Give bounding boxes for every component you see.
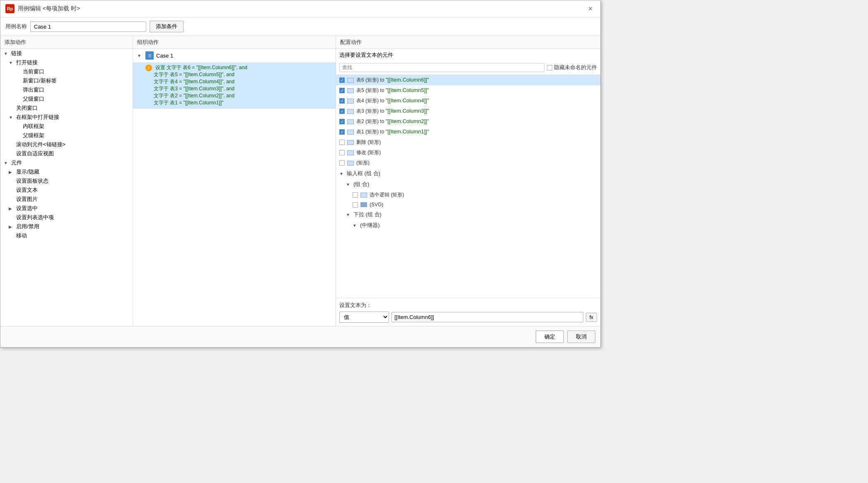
sidebar-item-scroll-anchor[interactable]: 滚动到元件<锚链接> [0,140,133,149]
expand-icon-open-link [9,60,15,65]
action-row[interactable]: ⚡ 设置 文字于 表6 = "[[Item.Column6]]", and 文字… [133,63,336,109]
links-label: 链接 [11,50,22,57]
dialog-title: 用例编辑 <每项加载 时> [18,5,80,12]
sidebar-item-show-hide[interactable]: 显示/隐藏 [0,167,133,176]
cancel-button[interactable]: 取消 [567,331,595,343]
combo-group-header[interactable]: (组 合) [336,179,600,190]
checkbox-del[interactable] [339,140,345,145]
del-label: 删除 (矩形) [356,139,381,146]
rect-icon-biao3 [347,109,354,114]
action-text-line4: 文字于 表3 = "[[Item.Column3]]", and [154,86,235,92]
sidebar-item-adaptive-view[interactable]: 设置自适应视图 [0,149,133,158]
right-panel: 配置动作 选择要设置文本的元件 隐藏未命名的元件 ✓ 表6 (矩形) to "[… [336,36,600,326]
middle-tree-container[interactable]: ☰ Case 1 ⚡ 设置 文字于 表6 = "[[Item.Column6]]… [133,49,336,326]
input-group-header[interactable]: 输入框 (组 合) [336,168,600,179]
hide-unnamed-checkbox[interactable] [547,65,552,70]
sidebar-item-new-window[interactable]: 新窗口/新标签 [0,76,133,85]
checkbox-biao4[interactable]: ✓ [339,98,345,104]
list-item-del[interactable]: 删除 (矩形) [336,137,600,147]
sidebar-item-move[interactable]: 移动 [0,231,133,240]
add-condition-button[interactable]: 添加条件 [150,21,184,32]
list-item-modify[interactable]: 修改 (矩形) [336,147,600,158]
expand-combo-group [346,182,352,187]
sidebar-item-links[interactable]: 链接 [0,49,133,58]
sel-logic-label: 选中逻辑 (矩形) [370,191,404,198]
list-item-sel-logic[interactable]: 选中逻辑 (矩形) [336,190,600,200]
checkbox-rect-empty[interactable] [339,160,345,166]
sidebar-item-open-link[interactable]: 打开链接 [0,58,133,67]
value-input[interactable] [392,312,583,322]
checkbox-biao3[interactable]: ✓ [339,109,345,114]
close-button[interactable]: × [585,4,595,14]
sidebar-item-set-list[interactable]: 设置列表选中项 [0,213,133,222]
list-item-biao1[interactable]: ✓ 表1 (矩形) to "[[Item.Column1]]" [336,127,600,137]
show-hide-label: 显示/隐藏 [16,168,39,176]
checkbox-biao1[interactable]: ✓ [339,129,345,135]
modify-label: 修改 (矩形) [356,149,381,156]
checkbox-biao2[interactable]: ✓ [339,119,345,124]
dropdown-group-header[interactable]: 下拉 (组 合) [336,209,600,220]
sidebar-item-parent-window[interactable]: 父级窗口 [0,94,133,104]
list-item-biao4[interactable]: ✓ 表4 (矩形) to "[[Item.Column4]]" [336,96,600,106]
middle-panel-title: 组织动作 [133,36,336,49]
list-item-biao6[interactable]: ✓ 表6 (矩形) to "[[Item.Column6]]" [336,75,600,85]
sidebar-item-parent-frame[interactable]: 父级框架 [0,131,133,140]
select-element-label: 选择要设置文本的元件 [336,49,600,60]
relay-group-header[interactable]: (中继器) [336,220,600,231]
sidebar-item-frame-link[interactable]: 在框架中打开链接 [0,113,133,122]
move-label: 移动 [16,232,27,239]
sidebar-item-inline-frame[interactable]: 内联框架 [0,122,133,131]
components-label: 元件 [11,159,22,167]
sidebar-item-popup[interactable]: 弹出窗口 [0,85,133,94]
search-input[interactable] [339,63,544,72]
frame-link-label: 在框架中打开链接 [16,114,59,121]
checkbox-svg[interactable] [353,202,358,208]
left-tree-container[interactable]: 链接 打开链接 当前窗口 新窗口/新标签 弹出窗口 [0,49,133,326]
case-label: Case 1 [156,53,173,59]
sidebar-item-set-selected[interactable]: 设置选中 [0,204,133,213]
case-header[interactable]: ☰ Case 1 [133,49,336,63]
main-content: 添加动作 链接 打开链接 当前窗口 新窗口/新标签 [0,36,600,326]
sidebar-item-set-image[interactable]: 设置图片 [0,195,133,204]
adaptive-view-label: 设置自适应视图 [16,150,54,157]
checkbox-biao6[interactable]: ✓ [339,77,345,83]
list-item-rect-empty[interactable]: (矩形) [336,158,600,168]
sidebar-item-components[interactable]: 元件 [0,158,133,167]
checkbox-sel-logic[interactable] [353,192,358,198]
list-item-biao5[interactable]: ✓ 表5 (矩形) to "[[Item.Column5]]" [336,85,600,96]
sidebar-item-close-window[interactable]: 关闭窗口 [0,104,133,113]
combo-group-label: (组 合) [353,181,369,188]
sidebar-item-enable-disable[interactable]: 启用/禁用 [0,222,133,231]
checkbox-modify[interactable] [339,150,345,155]
case-name-input[interactable] [30,22,146,32]
biao2-label: 表2 (矩形) to "[[Item.Column2]]" [356,118,429,125]
expand-relay-group [353,223,358,228]
list-item-biao3[interactable]: ✓ 表3 (矩形) to "[[Item.Column3]]" [336,106,600,116]
rect-icon-sel-logic [360,193,367,198]
dropdown-group-label: 下拉 (组 合) [353,211,382,218]
case-icon: ☰ [145,51,154,60]
set-text-label: 设置文本为： [339,302,597,309]
confirm-button[interactable]: 确定 [536,331,564,343]
value-type-select[interactable]: 值 变量 表达式 [339,312,389,323]
enable-disable-label: 启用/禁用 [16,223,39,230]
list-item-biao2[interactable]: ✓ 表2 (矩形) to "[[Item.Column2]]" [336,116,600,127]
sidebar-item-set-text[interactable]: 设置文本 [0,186,133,195]
sidebar-item-current-window[interactable]: 当前窗口 [0,67,133,76]
rect-icon-empty [347,161,354,166]
list-item-svg[interactable]: (SVG) [336,200,600,209]
hide-unnamed-control[interactable]: 隐藏未命名的元件 [547,64,597,71]
main-dialog: Rp 用例编辑 <每项加载 时> × 用例名称 添加条件 添加动作 链接 打开链… [0,0,601,348]
sidebar-item-set-panel[interactable]: 设置面板状态 [0,176,133,186]
element-list[interactable]: ✓ 表6 (矩形) to "[[Item.Column6]]" ✓ 表5 (矩形… [336,75,600,298]
checkbox-biao5[interactable]: ✓ [339,88,345,93]
case-name-label: 用例名称 [5,23,27,30]
expand-dropdown-group [346,213,352,217]
value-row: 值 变量 表达式 fx [339,312,597,323]
expand-icon-links [4,51,10,56]
svg-label: (SVG) [370,202,383,208]
biao5-label: 表5 (矩形) to "[[Item.Column5]]" [356,87,429,94]
fx-button[interactable]: fx [586,313,597,322]
set-panel-label: 设置面板状态 [16,177,48,185]
input-group-label: 输入框 (组 合) [347,170,380,177]
